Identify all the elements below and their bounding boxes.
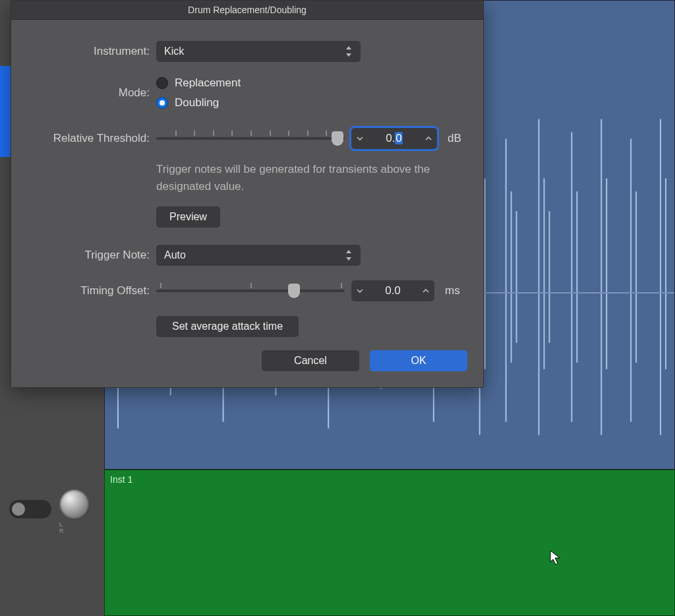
trigger-value: Auto — [164, 249, 186, 261]
cancel-button[interactable]: Cancel — [262, 350, 359, 371]
offset-stepper[interactable]: 0.0 — [351, 280, 434, 301]
threshold-unit: dB — [448, 132, 461, 145]
chevron-up-icon[interactable] — [420, 135, 437, 142]
threshold-value: 0.0 — [368, 132, 420, 145]
offset-slider[interactable] — [156, 282, 345, 300]
threshold-help-text: Trigger notes will be generated for tran… — [156, 161, 466, 195]
set-attack-button[interactable]: Set average attack time — [156, 316, 299, 337]
drum-replacement-dialog: Drum Replacement/Doubling Instrument: Ki… — [11, 0, 484, 388]
mode-opt-label: Doubling — [175, 96, 219, 109]
threshold-slider[interactable] — [156, 129, 345, 148]
offset-value: 0.0 — [368, 284, 417, 297]
chevron-down-icon[interactable] — [351, 135, 368, 142]
trigger-label: Trigger Note: — [11, 249, 156, 262]
pan-label: L R — [59, 521, 90, 534]
trigger-note-dropdown[interactable]: Auto — [156, 245, 361, 266]
midi-region-inst1[interactable]: Inst 1 — [104, 470, 675, 616]
updown-icon — [345, 250, 353, 261]
threshold-label: Relative Threshold: — [11, 132, 156, 145]
pan-knob[interactable] — [59, 489, 90, 520]
offset-label: Timing Offset: — [11, 284, 156, 297]
radio-icon — [156, 77, 168, 89]
mode-opt-label: Replacement — [175, 77, 241, 90]
track-toggle[interactable] — [9, 500, 51, 518]
region-label: Inst 1 — [110, 474, 132, 485]
chevron-up-icon[interactable] — [417, 288, 434, 294]
mode-label: Mode: — [11, 86, 156, 100]
channel-strip: L R — [0, 470, 104, 616]
preview-button[interactable]: Preview — [156, 206, 220, 228]
updown-icon — [345, 46, 353, 57]
instrument-value: Kick — [164, 46, 184, 57]
dialog-title: Drum Replacement/Doubling — [11, 1, 483, 20]
ok-button[interactable]: OK — [370, 350, 467, 371]
instrument-label: Instrument: — [11, 45, 156, 58]
radio-icon — [156, 97, 168, 109]
chevron-down-icon[interactable] — [351, 288, 368, 294]
instrument-dropdown[interactable]: Kick — [156, 41, 361, 62]
mode-replacement[interactable]: Replacement — [156, 77, 241, 90]
threshold-stepper[interactable]: 0.0 — [351, 128, 437, 149]
mode-doubling[interactable]: Doubling — [156, 96, 241, 109]
offset-unit: ms — [445, 284, 460, 297]
